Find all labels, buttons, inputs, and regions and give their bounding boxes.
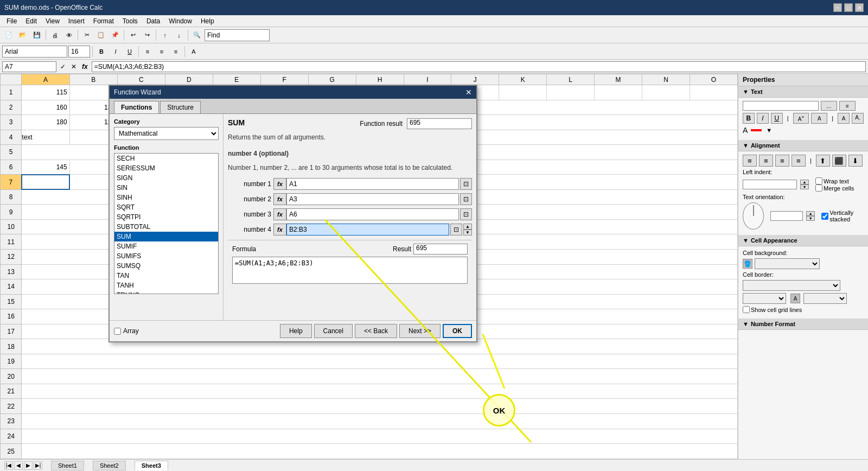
row-header-14[interactable]: 14 (1, 279, 22, 295)
list-item[interactable]: SERIESSUM (114, 163, 218, 173)
cell-A1[interactable]: 115 (22, 85, 69, 100)
tab-functions[interactable]: Functions (114, 101, 159, 113)
back-button[interactable]: << Back (355, 324, 397, 338)
sheet-prev-btn[interactable]: ◀ (14, 461, 23, 470)
cell-K1[interactable] (499, 85, 547, 100)
orient-up-btn[interactable]: ▲ (806, 211, 815, 216)
row-header-19[interactable]: 19 (1, 354, 22, 369)
find-input[interactable] (205, 29, 270, 41)
cell-bg-color-icon[interactable]: 🪣 (743, 259, 752, 269)
row-header-20[interactable]: 20 (1, 369, 22, 384)
arg-ref-btn-2[interactable]: ⊡ (460, 193, 472, 205)
row-header-5[interactable]: 5 (1, 145, 22, 160)
cell-A2[interactable]: 160 (22, 100, 69, 115)
col-header-E[interactable]: E (213, 74, 260, 85)
row-header-13[interactable]: 13 (1, 264, 22, 279)
arg-input-3[interactable] (286, 208, 459, 220)
find-btn[interactable]: 🔍 (190, 29, 203, 42)
row-header-9[interactable]: 9 (1, 205, 22, 220)
align-center-btn[interactable]: ≡ (155, 45, 168, 58)
menu-tools[interactable]: Tools (118, 16, 142, 26)
row-header-11[interactable]: 11 (1, 234, 22, 250)
minimize-button[interactable]: ─ (833, 3, 842, 12)
indent-down-btn[interactable]: ▼ (800, 184, 809, 189)
formula-fx-icon[interactable]: fx (80, 63, 90, 71)
cell-rest-22[interactable] (22, 399, 738, 414)
scroll-down-btn[interactable]: ▼ (463, 230, 472, 236)
copy-btn[interactable]: 📋 (94, 29, 107, 42)
paste-btn[interactable]: 📌 (108, 29, 122, 42)
row-header-8[interactable]: 8 (1, 189, 22, 205)
orientation-value-input[interactable] (770, 211, 803, 221)
col-header-M[interactable]: M (595, 74, 642, 85)
tab-structure[interactable]: Structure (160, 101, 201, 113)
list-item[interactable]: SQRTPI (114, 212, 218, 222)
section-header-alignment[interactable]: ▼ Alignment (738, 140, 868, 151)
underline-prop-btn[interactable]: U (771, 113, 783, 124)
left-indent-input[interactable] (743, 180, 797, 189)
print-btn[interactable]: 🖨 (48, 29, 61, 42)
menu-insert[interactable]: Insert (64, 16, 89, 26)
orient-down-btn[interactable]: ▼ (806, 216, 815, 221)
arg-fx-btn-4[interactable]: fx (273, 224, 286, 236)
cancel-button[interactable]: Cancel (314, 324, 353, 338)
section-header-number-format[interactable]: ▼ Number Format (738, 319, 868, 330)
row-header-18[interactable]: 18 (1, 339, 22, 354)
row-header-12[interactable]: 12 (1, 250, 22, 265)
ok-button[interactable]: OK (443, 324, 472, 338)
preview-btn[interactable]: 👁 (62, 29, 75, 42)
merge-cells-checkbox[interactable] (815, 184, 822, 192)
cell-A6[interactable]: 145 (22, 160, 69, 175)
menu-window[interactable]: Window (164, 16, 196, 26)
row-header-24[interactable]: 24 (1, 429, 22, 444)
function-list[interactable]: SECH SERIESSUM SIGN SIN SINH SQRT SQRTPI… (114, 153, 219, 294)
list-item[interactable]: TRUNC (114, 290, 218, 294)
list-item[interactable]: SECH (114, 154, 218, 163)
align-left-prop-btn[interactable]: ≡ (743, 155, 757, 167)
arg-fx-btn-3[interactable]: fx (273, 208, 286, 220)
v-align-mid-btn[interactable]: ⬛ (832, 155, 846, 167)
col-header-O[interactable]: O (690, 74, 737, 85)
list-item[interactable]: SIN (114, 183, 218, 193)
col-header-F[interactable]: F (260, 74, 308, 85)
font-sub-btn[interactable]: A- (852, 113, 864, 124)
col-header-G[interactable]: G (308, 74, 356, 85)
text-style-input[interactable] (743, 101, 819, 111)
sort-asc-btn[interactable]: ↑ (158, 29, 171, 42)
cell-rest-20[interactable] (22, 369, 738, 384)
align-left-btn[interactable]: ≡ (141, 45, 154, 58)
cell-M1[interactable] (595, 85, 642, 100)
row-header-6[interactable]: 6 (1, 160, 22, 175)
cell-rest-23[interactable] (22, 414, 738, 429)
formula-textarea[interactable]: =SUM(A1;A3;A6;B2:B3) (232, 257, 468, 284)
row-header-22[interactable]: 22 (1, 399, 22, 414)
list-item[interactable]: SUMIFS (114, 251, 218, 261)
col-header-J[interactable]: J (451, 74, 499, 85)
cell-A3[interactable]: 180 (22, 115, 69, 130)
save-btn[interactable]: 💾 (30, 29, 43, 42)
font-name-input[interactable] (2, 46, 67, 58)
col-header-C[interactable]: C (117, 74, 165, 85)
menu-view[interactable]: View (41, 16, 64, 26)
cell-border-select[interactable] (743, 280, 840, 291)
cell-O1[interactable] (690, 85, 737, 100)
font-color-dropdown[interactable]: ▼ (766, 127, 772, 133)
array-checkbox[interactable] (114, 328, 121, 335)
font-bigger-btn[interactable]: A (811, 113, 827, 124)
sheet-last-btn[interactable]: ▶| (34, 461, 42, 470)
scroll-up-btn[interactable]: ▲ (463, 224, 472, 230)
row-header-3[interactable]: 3 (1, 115, 22, 130)
arg-ref-btn-4[interactable]: ⊡ (450, 224, 462, 236)
bold-btn[interactable]: B (95, 45, 108, 58)
menu-file[interactable]: File (2, 16, 21, 26)
menu-data[interactable]: Data (142, 16, 164, 26)
wrap-text-checkbox[interactable] (815, 177, 822, 184)
italic-btn[interactable]: I (109, 45, 122, 58)
arg-input-1[interactable] (286, 178, 459, 190)
sheet-tab-2[interactable]: Sheet2 (93, 461, 126, 470)
text-style-btn-2[interactable]: ≡ (839, 101, 856, 111)
show-grid-checkbox[interactable] (743, 306, 750, 313)
menu-format[interactable]: Format (89, 16, 118, 26)
col-header-D[interactable]: D (165, 74, 213, 85)
sheet-first-btn[interactable]: |◀ (4, 461, 13, 470)
